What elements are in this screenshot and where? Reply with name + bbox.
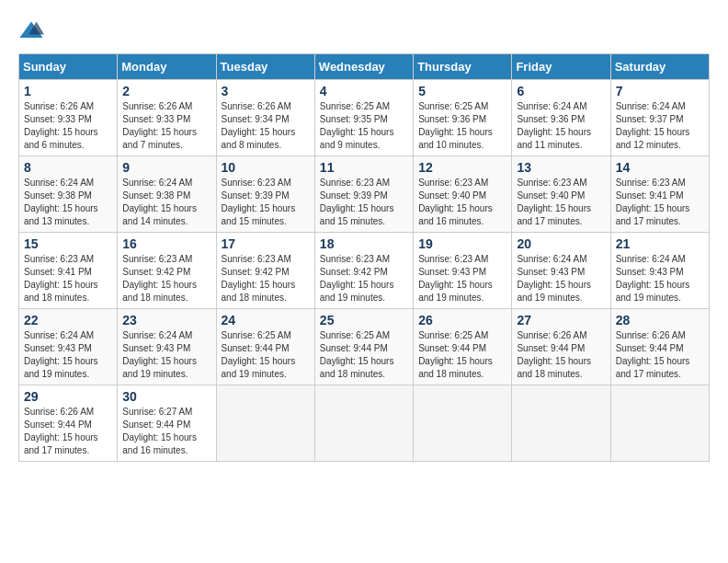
calendar-cell: 15 Sunrise: 6:23 AM Sunset: 9:41 PM Dayl… — [19, 233, 118, 309]
day-number: 29 — [24, 389, 112, 404]
day-info: Sunrise: 6:23 AM Sunset: 9:39 PM Dayligh… — [222, 177, 310, 228]
day-number: 10 — [222, 160, 310, 175]
calendar-week-1: 1 Sunrise: 6:26 AM Sunset: 9:33 PM Dayli… — [19, 80, 710, 156]
calendar-cell: 25 Sunrise: 6:25 AM Sunset: 9:44 PM Dayl… — [314, 309, 413, 385]
day-info: Sunrise: 6:23 AM Sunset: 9:42 PM Dayligh… — [320, 253, 408, 304]
calendar-cell: 16 Sunrise: 6:23 AM Sunset: 9:42 PM Dayl… — [118, 233, 216, 309]
day-number: 15 — [24, 236, 112, 251]
calendar-cell: 13 Sunrise: 6:23 AM Sunset: 9:40 PM Dayl… — [512, 156, 610, 233]
day-info: Sunrise: 6:24 AM Sunset: 9:36 PM Dayligh… — [517, 100, 605, 152]
day-info: Sunrise: 6:25 AM Sunset: 9:44 PM Dayligh… — [222, 329, 310, 381]
calendar-cell — [314, 385, 413, 462]
calendar-week-4: 22 Sunrise: 6:24 AM Sunset: 9:43 PM Dayl… — [19, 309, 710, 385]
calendar-week-2: 8 Sunrise: 6:24 AM Sunset: 9:38 PM Dayli… — [19, 156, 710, 233]
day-info: Sunrise: 6:24 AM Sunset: 9:43 PM Dayligh… — [517, 253, 605, 304]
calendar-cell: 1 Sunrise: 6:26 AM Sunset: 9:33 PM Dayli… — [19, 80, 118, 156]
day-number: 5 — [418, 84, 506, 98]
weekday-header-friday: Friday — [512, 54, 610, 80]
calendar-cell: 6 Sunrise: 6:24 AM Sunset: 9:36 PM Dayli… — [512, 80, 610, 156]
day-number: 17 — [222, 236, 310, 251]
calendar-cell — [414, 385, 512, 462]
calendar-cell: 26 Sunrise: 6:25 AM Sunset: 9:44 PM Dayl… — [414, 309, 512, 385]
calendar-cell: 8 Sunrise: 6:24 AM Sunset: 9:38 PM Dayli… — [19, 156, 118, 233]
day-info: Sunrise: 6:23 AM Sunset: 9:40 PM Dayligh… — [418, 177, 506, 228]
calendar-cell: 14 Sunrise: 6:23 AM Sunset: 9:41 PM Dayl… — [610, 156, 709, 233]
day-number: 16 — [122, 236, 210, 251]
day-info: Sunrise: 6:26 AM Sunset: 9:44 PM Dayligh… — [517, 329, 605, 381]
day-info: Sunrise: 6:24 AM Sunset: 9:38 PM Dayligh… — [122, 177, 210, 228]
calendar-cell — [512, 385, 610, 462]
day-info: Sunrise: 6:23 AM Sunset: 9:42 PM Dayligh… — [222, 253, 310, 304]
calendar-cell: 30 Sunrise: 6:27 AM Sunset: 9:44 PM Dayl… — [118, 385, 216, 462]
day-number: 24 — [222, 313, 310, 327]
day-number: 3 — [222, 84, 310, 98]
day-number: 14 — [616, 160, 704, 175]
day-number: 19 — [418, 236, 506, 251]
day-number: 21 — [616, 236, 704, 251]
day-number: 2 — [122, 84, 210, 98]
calendar-cell: 5 Sunrise: 6:25 AM Sunset: 9:36 PM Dayli… — [414, 80, 512, 156]
day-info: Sunrise: 6:25 AM Sunset: 9:44 PM Dayligh… — [320, 329, 408, 381]
weekday-header-sunday: Sunday — [19, 54, 118, 80]
calendar-cell: 20 Sunrise: 6:24 AM Sunset: 9:43 PM Dayl… — [512, 233, 610, 309]
day-number: 30 — [122, 389, 210, 404]
calendar-cell: 17 Sunrise: 6:23 AM Sunset: 9:42 PM Dayl… — [216, 233, 314, 309]
calendar-cell: 22 Sunrise: 6:24 AM Sunset: 9:43 PM Dayl… — [19, 309, 118, 385]
day-info: Sunrise: 6:23 AM Sunset: 9:43 PM Dayligh… — [418, 253, 506, 304]
logo-icon — [18, 18, 44, 44]
calendar-cell: 27 Sunrise: 6:26 AM Sunset: 9:44 PM Dayl… — [512, 309, 610, 385]
day-number: 20 — [517, 236, 605, 251]
day-number: 26 — [418, 313, 506, 327]
calendar-cell: 23 Sunrise: 6:24 AM Sunset: 9:43 PM Dayl… — [118, 309, 216, 385]
calendar-cell: 24 Sunrise: 6:25 AM Sunset: 9:44 PM Dayl… — [216, 309, 314, 385]
day-info: Sunrise: 6:25 AM Sunset: 9:44 PM Dayligh… — [418, 329, 506, 381]
weekday-header-row: SundayMondayTuesdayWednesdayThursdayFrid… — [19, 54, 710, 80]
day-info: Sunrise: 6:26 AM Sunset: 9:33 PM Dayligh… — [122, 100, 210, 152]
calendar-cell: 19 Sunrise: 6:23 AM Sunset: 9:43 PM Dayl… — [414, 233, 512, 309]
calendar-week-5: 29 Sunrise: 6:26 AM Sunset: 9:44 PM Dayl… — [19, 385, 710, 462]
weekday-header-thursday: Thursday — [414, 54, 512, 80]
calendar-cell: 11 Sunrise: 6:23 AM Sunset: 9:39 PM Dayl… — [314, 156, 413, 233]
day-info: Sunrise: 6:23 AM Sunset: 9:40 PM Dayligh… — [517, 177, 605, 228]
calendar-cell: 28 Sunrise: 6:26 AM Sunset: 9:44 PM Dayl… — [610, 309, 709, 385]
calendar-cell: 4 Sunrise: 6:25 AM Sunset: 9:35 PM Dayli… — [314, 80, 413, 156]
weekday-header-tuesday: Tuesday — [216, 54, 314, 80]
calendar-cell — [216, 385, 314, 462]
calendar-cell: 12 Sunrise: 6:23 AM Sunset: 9:40 PM Dayl… — [414, 156, 512, 233]
day-number: 11 — [320, 160, 408, 175]
day-number: 4 — [320, 84, 408, 98]
calendar-cell — [610, 385, 709, 462]
day-info: Sunrise: 6:24 AM Sunset: 9:37 PM Dayligh… — [616, 100, 704, 152]
calendar-body: 1 Sunrise: 6:26 AM Sunset: 9:33 PM Dayli… — [19, 80, 710, 462]
day-info: Sunrise: 6:25 AM Sunset: 9:35 PM Dayligh… — [320, 100, 408, 152]
day-number: 18 — [320, 236, 408, 251]
calendar-cell: 9 Sunrise: 6:24 AM Sunset: 9:38 PM Dayli… — [118, 156, 216, 233]
calendar-cell: 3 Sunrise: 6:26 AM Sunset: 9:34 PM Dayli… — [216, 80, 314, 156]
day-number: 12 — [418, 160, 506, 175]
calendar-cell: 29 Sunrise: 6:26 AM Sunset: 9:44 PM Dayl… — [19, 385, 118, 462]
day-number: 6 — [517, 84, 605, 98]
day-number: 7 — [616, 84, 704, 98]
day-info: Sunrise: 6:24 AM Sunset: 9:43 PM Dayligh… — [616, 253, 704, 304]
day-number: 25 — [320, 313, 408, 327]
day-info: Sunrise: 6:23 AM Sunset: 9:39 PM Dayligh… — [320, 177, 408, 228]
day-info: Sunrise: 6:26 AM Sunset: 9:33 PM Dayligh… — [24, 100, 112, 152]
day-number: 22 — [24, 313, 112, 327]
calendar-cell: 10 Sunrise: 6:23 AM Sunset: 9:39 PM Dayl… — [216, 156, 314, 233]
weekday-header-saturday: Saturday — [610, 54, 709, 80]
logo — [18, 18, 46, 44]
weekday-header-monday: Monday — [118, 54, 216, 80]
day-number: 1 — [24, 84, 112, 98]
day-info: Sunrise: 6:25 AM Sunset: 9:36 PM Dayligh… — [418, 100, 506, 152]
calendar-table: SundayMondayTuesdayWednesdayThursdayFrid… — [18, 53, 710, 462]
day-number: 23 — [122, 313, 210, 327]
day-number: 13 — [517, 160, 605, 175]
day-info: Sunrise: 6:23 AM Sunset: 9:42 PM Dayligh… — [122, 253, 210, 304]
day-info: Sunrise: 6:24 AM Sunset: 9:38 PM Dayligh… — [24, 177, 112, 228]
day-info: Sunrise: 6:26 AM Sunset: 9:44 PM Dayligh… — [616, 329, 704, 381]
day-number: 8 — [24, 160, 112, 175]
day-info: Sunrise: 6:26 AM Sunset: 9:44 PM Dayligh… — [24, 406, 112, 457]
day-number: 9 — [122, 160, 210, 175]
day-info: Sunrise: 6:24 AM Sunset: 9:43 PM Dayligh… — [122, 329, 210, 381]
day-number: 28 — [616, 313, 704, 327]
